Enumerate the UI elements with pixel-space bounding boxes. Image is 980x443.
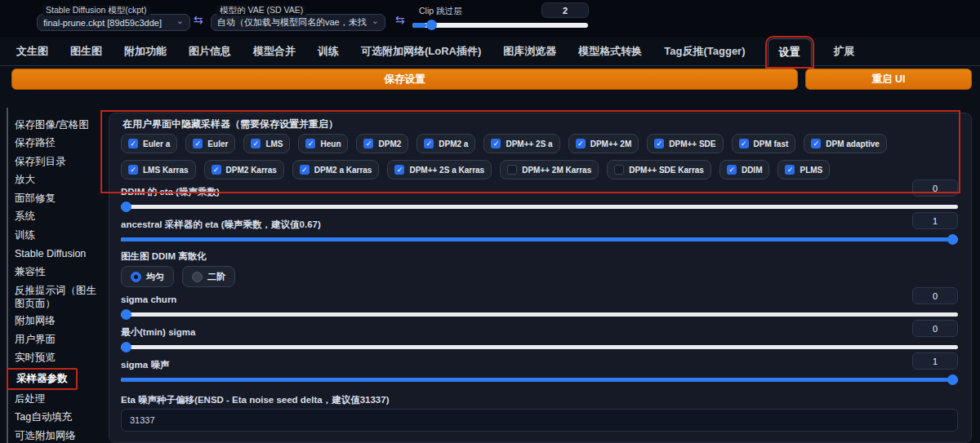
checkbox-checked[interactable]: ✓	[654, 139, 664, 148]
checkbox-checked[interactable]: ✓	[300, 165, 310, 175]
sidebar-item[interactable]: 训练	[15, 226, 101, 245]
sidebar-item[interactable]: 后处理	[15, 390, 101, 409]
checkbox-checked[interactable]: ✓	[128, 139, 138, 148]
number-input[interactable]: 0	[912, 320, 958, 337]
tab[interactable]: 模型格式转换	[578, 44, 642, 59]
tab[interactable]: 附加功能	[124, 44, 167, 59]
sidebar-item[interactable]: 保存图像/宫格图	[15, 116, 101, 135]
checkbox-checked[interactable]: ✓	[785, 165, 795, 175]
tab-settings-selected[interactable]: 设置	[768, 38, 812, 66]
sampler-checkbox-pill[interactable]: ✓DPM adaptive	[804, 134, 887, 153]
clip-skip-slider[interactable]	[412, 20, 588, 30]
slider-handle[interactable]	[947, 374, 958, 385]
sampler-checkbox-pill[interactable]: ✓Euler a	[121, 134, 177, 153]
tab[interactable]: 图片信息	[189, 44, 231, 59]
sampler-checkbox-pill[interactable]: ✓DPM2	[356, 134, 408, 153]
sidebar-item[interactable]: 可选附加网络	[15, 427, 101, 443]
slider[interactable]	[121, 234, 958, 245]
slider-handle[interactable]	[121, 309, 131, 320]
checkbox-checked[interactable]: ✓	[363, 139, 373, 148]
sidebar-item[interactable]: 系统	[15, 208, 101, 227]
checkbox-checked[interactable]: ✓	[576, 139, 586, 148]
tab[interactable]: 模型合并	[253, 44, 296, 59]
checkbox-checked[interactable]: ✓	[251, 139, 261, 148]
sidebar-item[interactable]: 放大	[15, 171, 101, 190]
radio-option-pill[interactable]: 均匀	[121, 266, 174, 287]
tab[interactable]: Tag反推(Tagger)	[664, 44, 745, 59]
sidebar-item[interactable]: 用户界面	[15, 330, 101, 349]
sampler-checkbox-pill[interactable]: ✓DPM2 a Karras	[292, 160, 380, 179]
restart-ui-button[interactable]: 重启 UI	[805, 69, 972, 90]
sidebar-item[interactable]: 采样器参数	[15, 367, 101, 390]
sampler-checkbox-pill[interactable]: ✓PLMS	[777, 160, 830, 179]
tab[interactable]: 图生图	[70, 44, 102, 59]
slider-handle[interactable]	[426, 20, 437, 30]
slider-handle[interactable]	[947, 234, 958, 245]
sidebar-item[interactable]: Stable Diffusion	[15, 245, 101, 264]
sampler-checkbox-pill[interactable]: ✓DPM fast	[732, 134, 796, 153]
radio-unselected[interactable]	[192, 272, 203, 282]
sampler-checkbox-pill[interactable]: ✓Heun	[298, 134, 348, 153]
sampler-checkbox-pill[interactable]: ✓LMS Karras	[121, 160, 196, 179]
sidebar-item[interactable]: 附加网络	[15, 312, 101, 331]
slider[interactable]	[121, 309, 958, 320]
checkbox-checked[interactable]: ✓	[128, 165, 138, 175]
refresh-model-icon[interactable]: ⇆	[194, 14, 203, 25]
ensd-label: Eta 噪声种子偏移(ENSD - Eta noise seed delta，建…	[121, 393, 958, 406]
ensd-text-input[interactable]: 31337	[121, 409, 958, 432]
checkbox-checked[interactable]: ✓	[394, 165, 404, 175]
number-input[interactable]: 1	[912, 212, 958, 229]
checkbox-checked[interactable]: ✓	[305, 139, 315, 148]
refresh-vae-icon[interactable]: ⇆	[395, 14, 405, 25]
slider[interactable]	[121, 202, 958, 212]
radio-option-pill[interactable]: 二阶	[182, 266, 235, 287]
sidebar-item[interactable]: 反推提示词（图生图页面）	[15, 281, 101, 312]
checkbox-checked[interactable]: ✓	[811, 139, 821, 148]
checkbox-checked[interactable]: ✓	[193, 139, 203, 148]
main-tab-bar: 文生图图生图附加功能图片信息模型合并训练可选附加网络(LoRA插件)图库浏览器模…	[0, 38, 980, 66]
tab[interactable]: 文生图	[16, 44, 48, 59]
sampler-checkbox-pill[interactable]: DPM++ SDE Karras	[607, 160, 711, 179]
checkbox-unchecked[interactable]	[507, 165, 517, 175]
sampler-checkbox-pill[interactable]: ✓DPM2 a	[416, 134, 475, 153]
clip-skip-number-input[interactable]: 2	[541, 2, 589, 18]
scrollbar[interactable]	[7, 108, 8, 443]
sampler-checkbox-pill[interactable]: ✓DDIM	[719, 160, 770, 179]
sidebar-item[interactable]: 实时预览	[15, 349, 101, 368]
sampler-checkbox-pill[interactable]: ✓LMS	[243, 134, 290, 153]
tab[interactable]: 扩展	[834, 44, 855, 59]
tab[interactable]: 可选附加网络(LoRA插件)	[361, 44, 481, 59]
slider[interactable]	[121, 342, 958, 352]
number-input[interactable]: 0	[912, 287, 958, 304]
sampler-checkbox-pill[interactable]: ✓DPM2 Karras	[204, 160, 284, 179]
tab[interactable]: 训练	[318, 44, 339, 59]
model-select[interactable]: final-prune.ckpt [89d59c3dde] ⌄	[37, 14, 190, 31]
checkbox-checked[interactable]: ✓	[424, 139, 434, 148]
sampler-checkbox-pill[interactable]: DPM++ 2M Karras	[500, 160, 599, 179]
checkbox-checked[interactable]: ✓	[491, 139, 501, 148]
sampler-checkbox-pill[interactable]: ✓DPM++ SDE	[647, 134, 723, 153]
checkbox-checked[interactable]: ✓	[739, 139, 749, 148]
checkbox-unchecked[interactable]	[614, 165, 624, 175]
sidebar-item[interactable]: 保存路径	[15, 135, 101, 153]
save-settings-button[interactable]: 保存设置	[11, 69, 798, 90]
sampler-checkbox-pill[interactable]: ✓Euler	[185, 134, 235, 153]
number-input[interactable]: 1	[912, 352, 958, 370]
checkbox-checked[interactable]: ✓	[727, 165, 737, 175]
slider[interactable]	[121, 374, 958, 385]
tab[interactable]: 图库浏览器	[503, 44, 556, 59]
model-select-value: final-prune.ckpt [89d59c3dde]	[43, 18, 172, 28]
number-input[interactable]: 0	[912, 179, 958, 197]
radio-selected[interactable]	[131, 272, 141, 282]
sidebar-item[interactable]: 兼容性	[15, 263, 101, 281]
vae-select[interactable]: 自动（仅加载与模型同名的vae，未找到时不加 ⌄	[211, 14, 385, 31]
sampler-checkbox-pill[interactable]: ✓DPM++ 2S a Karras	[387, 160, 492, 179]
sidebar-item[interactable]: 面部修复	[15, 189, 101, 208]
sidebar-item[interactable]: 保存到目录	[15, 153, 101, 171]
slider-handle[interactable]	[121, 202, 131, 212]
sampler-checkbox-pill[interactable]: ✓DPM++ 2S a	[483, 134, 559, 153]
sampler-checkbox-pill[interactable]: ✓DPM++ 2M	[568, 134, 639, 153]
sidebar-item[interactable]: Tag自动填充	[15, 409, 101, 427]
checkbox-checked[interactable]: ✓	[212, 165, 221, 175]
slider-handle[interactable]	[121, 342, 131, 352]
